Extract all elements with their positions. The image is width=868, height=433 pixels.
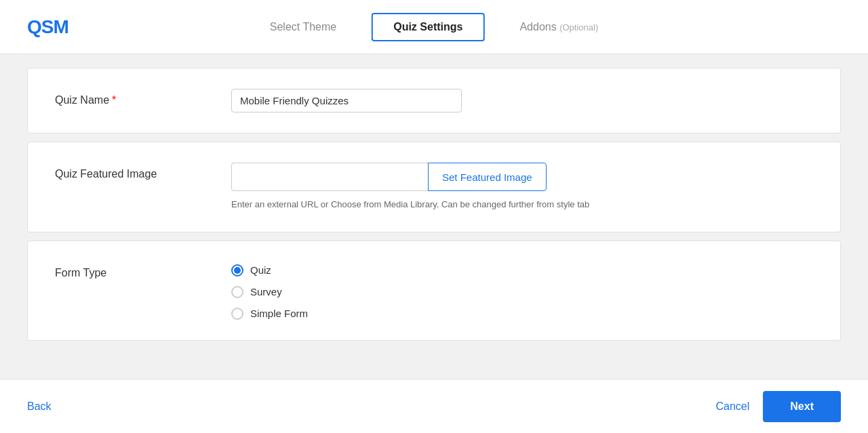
quiz-name-input[interactable] — [231, 89, 462, 112]
radio-circle-survey — [231, 286, 243, 298]
form-type-radio-group: Quiz Survey Simple Form — [231, 262, 813, 320]
footer-right: Cancel Next — [716, 391, 842, 422]
quiz-name-card: Quiz Name* — [27, 68, 841, 133]
radio-item-survey[interactable]: Survey — [231, 286, 813, 298]
footer: Back Cancel Next — [0, 379, 868, 433]
quiz-featured-image-label: Quiz Featured Image — [55, 163, 204, 180]
radio-item-simple-form[interactable]: Simple Form — [231, 308, 813, 320]
form-type-label: Form Type — [55, 262, 204, 279]
quiz-name-field-row: Quiz Name* — [55, 89, 813, 112]
next-button[interactable]: Next — [763, 391, 841, 422]
nav-tabs: Select Theme Quiz Settings Addons (Optio… — [248, 13, 620, 41]
tab-addons[interactable]: Addons (Optional) — [498, 13, 620, 41]
radio-circle-quiz — [231, 264, 243, 276]
image-input-row: Set Featured Image — [231, 163, 813, 191]
required-indicator: * — [112, 94, 116, 106]
cancel-button[interactable]: Cancel — [716, 400, 750, 413]
back-button[interactable]: Back — [27, 400, 52, 413]
featured-image-url-input[interactable] — [231, 163, 428, 191]
quiz-name-label: Quiz Name* — [55, 89, 204, 106]
quiz-featured-image-card: Quiz Featured Image Set Featured Image E… — [27, 142, 841, 232]
form-type-card: Form Type Quiz Survey Simple Form — [27, 241, 841, 341]
quiz-name-control — [231, 89, 813, 112]
quiz-featured-image-control: Set Featured Image Enter an external URL… — [231, 163, 813, 211]
tab-quiz-settings[interactable]: Quiz Settings — [372, 13, 484, 41]
featured-image-hint: Enter an external URL or Choose from Med… — [231, 198, 625, 211]
header: QSM Select Theme Quiz Settings Addons (O… — [0, 0, 868, 54]
quiz-featured-image-field-row: Quiz Featured Image Set Featured Image E… — [55, 163, 813, 211]
radio-item-quiz[interactable]: Quiz — [231, 264, 813, 276]
tab-select-theme[interactable]: Select Theme — [248, 13, 358, 41]
form-type-control: Quiz Survey Simple Form — [231, 262, 813, 320]
set-featured-image-button[interactable]: Set Featured Image — [428, 163, 547, 191]
main-content: Quiz Name* Quiz Featured Image Set Featu… — [0, 54, 868, 379]
form-type-field-row: Form Type Quiz Survey Simple Form — [55, 262, 813, 320]
logo: QSM — [27, 16, 68, 38]
radio-circle-simple-form — [231, 308, 243, 320]
